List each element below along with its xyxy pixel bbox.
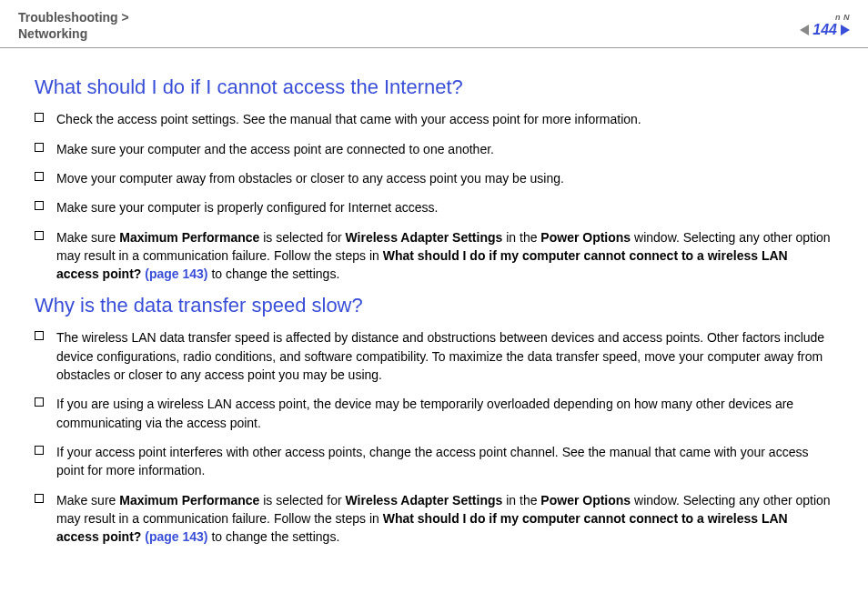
list-item-text: If you are using a wireless LAN access p… <box>56 395 833 432</box>
list-item-text: Make sure your computer is properly conf… <box>56 198 833 216</box>
text-fragment: Make sure <box>56 493 119 507</box>
page-link[interactable]: (page 143) <box>145 266 207 281</box>
text-fragment: in the <box>502 493 540 507</box>
bold-text: Power Options <box>540 230 631 245</box>
text-fragment: is selected for <box>259 230 345 245</box>
page-indicator: 144 <box>800 22 850 38</box>
heading-cannot-access-internet: What should I do if I cannot access the … <box>35 75 833 99</box>
bold-text: Maximum Performance <box>119 493 259 507</box>
list-data-transfer-slow: The wireless LAN data transfer speed is … <box>35 328 833 546</box>
bold-text: Wireless Adapter Settings <box>345 493 502 507</box>
list-item: If you are using a wireless LAN access p… <box>35 395 833 432</box>
checkbox-bullet-icon <box>35 231 44 240</box>
list-item-text: Check the access point settings. See the… <box>56 110 833 128</box>
list-item: If your access point interferes with oth… <box>35 443 833 480</box>
checkbox-bullet-icon <box>35 143 44 152</box>
next-page-icon[interactable] <box>841 25 850 35</box>
breadcrumb-line-2: Networking <box>18 25 129 42</box>
bold-text: Power Options <box>540 493 631 507</box>
list-item-text: Make sure Maximum Performance is selecte… <box>56 228 833 284</box>
text-fragment: to change the settings. <box>208 529 340 544</box>
list-item: Check the access point settings. See the… <box>35 110 833 128</box>
page-number: 144 <box>812 22 837 38</box>
page-indicator-wrap: n N 144 <box>800 13 850 38</box>
checkbox-bullet-icon <box>35 397 44 407</box>
checkbox-bullet-icon <box>35 172 44 181</box>
text-fragment: in the <box>502 230 540 245</box>
checkbox-bullet-icon <box>35 446 44 455</box>
n-label: n N <box>800 13 850 22</box>
heading-data-transfer-slow: Why is the data transfer speed slow? <box>35 294 833 317</box>
breadcrumb-line-1: Troubleshooting > <box>18 9 129 25</box>
bold-text: Maximum Performance <box>119 230 259 245</box>
list-item-text: The wireless LAN data transfer speed is … <box>56 328 833 384</box>
breadcrumb: Troubleshooting > Networking <box>18 9 129 42</box>
checkbox-bullet-icon <box>35 201 44 210</box>
text-fragment: is selected for <box>259 493 345 507</box>
list-cannot-access-internet: Check the access point settings. See the… <box>35 110 833 283</box>
list-item: Make sure Maximum Performance is selecte… <box>35 228 833 284</box>
list-item: Move your computer away from obstacles o… <box>35 169 833 187</box>
list-item-text: Make sure your computer and the access p… <box>56 140 833 158</box>
list-item: Make sure your computer is properly conf… <box>35 198 833 216</box>
bold-text: Wireless Adapter Settings <box>345 230 502 245</box>
list-item-text: If your access point interferes with oth… <box>56 443 833 480</box>
list-item: Make sure your computer and the access p… <box>35 140 833 158</box>
list-item: Make sure Maximum Performance is selecte… <box>35 491 833 547</box>
prev-page-icon[interactable] <box>800 25 809 35</box>
page-header: Troubleshooting > Networking n N 144 <box>0 0 868 48</box>
list-item-text: Make sure Maximum Performance is selecte… <box>56 491 833 547</box>
list-item: The wireless LAN data transfer speed is … <box>35 328 833 384</box>
page-link[interactable]: (page 143) <box>145 529 207 544</box>
checkbox-bullet-icon <box>35 331 44 340</box>
text-fragment: to change the settings. <box>208 266 340 281</box>
checkbox-bullet-icon <box>35 494 44 503</box>
text-fragment: Make sure <box>56 230 119 245</box>
list-item-text: Move your computer away from obstacles o… <box>56 169 833 187</box>
content-area: What should I do if I cannot access the … <box>0 48 868 546</box>
checkbox-bullet-icon <box>35 113 44 122</box>
